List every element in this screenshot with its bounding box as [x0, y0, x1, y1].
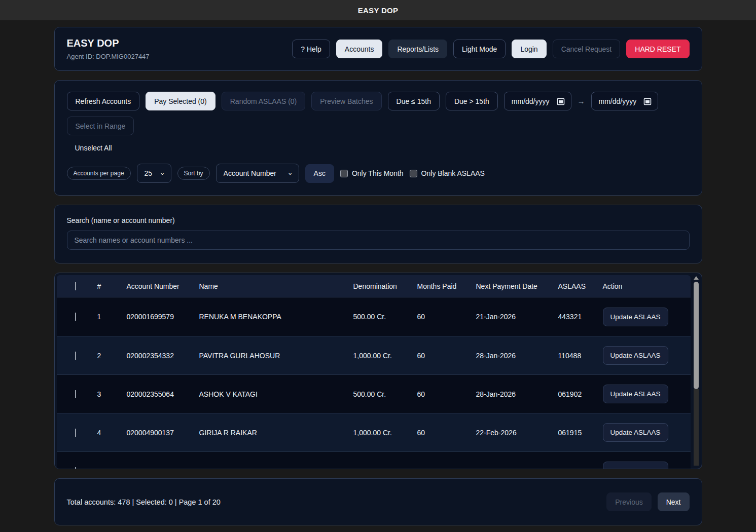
calendar-icon: [557, 97, 565, 105]
header-account-number: Account Number: [119, 282, 191, 290]
header-card: EASY DOP Agent ID: DOP.MIG0027447 ? Help…: [54, 27, 702, 71]
row-checkbox[interactable]: [75, 467, 76, 470]
per-page-select-wrap: 25 ⌄: [137, 164, 171, 183]
row-checkbox[interactable]: [75, 429, 76, 437]
row-name: ASHOK V KATAGI: [191, 390, 345, 398]
row-index: 2: [89, 352, 119, 360]
light-mode-button[interactable]: Light Mode: [453, 40, 506, 58]
row-checkbox[interactable]: [75, 313, 76, 321]
accounts-table: # Account Number Name Denomination Month…: [57, 275, 691, 469]
select-all-checkbox[interactable]: [75, 282, 76, 290]
table-header-row: # Account Number Name Denomination Month…: [57, 275, 691, 297]
date-to-input[interactable]: mm/dd/yyyy: [591, 92, 659, 110]
update-aslaas-button[interactable]: Update ASLAAS: [603, 385, 668, 403]
header-actions: ? Help Accounts Reports/Lists Light Mode…: [292, 40, 689, 58]
row-months-paid: 60: [409, 352, 468, 360]
only-this-month-checkbox[interactable]: [340, 170, 348, 177]
date-from-placeholder: mm/dd/yyyy: [512, 97, 550, 105]
update-aslaas-button[interactable]: Update ASLAAS: [603, 423, 668, 442]
unselect-row: Unselect All: [75, 143, 690, 153]
per-page-select[interactable]: 25: [137, 164, 171, 183]
preview-batches-button[interactable]: Preview Batches: [311, 92, 381, 110]
previous-page-button[interactable]: Previous: [606, 492, 651, 511]
date-from-input[interactable]: mm/dd/yyyy: [504, 92, 571, 110]
reports-lists-button[interactable]: Reports/Lists: [388, 40, 447, 58]
row-months-paid: 60: [409, 467, 468, 470]
row-name: RENUKA M BENAKOPPA: [191, 313, 345, 321]
pagination-summary: Total accounts: 478 | Selected: 0 | Page…: [67, 498, 221, 506]
table-scrollbar[interactable]: [693, 276, 699, 466]
sort-by-label: Sort by: [177, 167, 210, 180]
sort-select[interactable]: Account Number: [216, 164, 299, 183]
table-row: 4 020004900137 GIRIJA R RAIKAR 1,000.00 …: [57, 413, 691, 451]
page-title: EASY DOP: [67, 37, 150, 49]
app-title: EASY DOP: [358, 6, 399, 15]
row-index: 3: [89, 390, 119, 398]
accounts-button[interactable]: Accounts: [336, 40, 383, 58]
search-label: Search (name or account number): [67, 216, 690, 224]
row-account-number: 020002355064: [119, 390, 191, 398]
header-name: Name: [191, 282, 345, 290]
header-denomination: Denomination: [345, 282, 409, 290]
row-next-payment-date: 22-Feb-2026: [468, 429, 550, 437]
range-arrow-icon: →: [578, 97, 585, 105]
row-checkbox[interactable]: [75, 390, 76, 398]
row-aslaas: 061902: [550, 390, 595, 398]
header-months-paid: Months Paid: [409, 282, 468, 290]
random-aslaas-button[interactable]: Random ASLAAS (0): [222, 92, 306, 110]
row-account-number: 020004900137: [119, 429, 191, 437]
row-aslaas: 110488: [550, 352, 595, 360]
row-denomination: 1,000.00 Cr.: [345, 429, 409, 437]
row-denomination: 500.00 Cr.: [345, 390, 409, 398]
login-button[interactable]: Login: [512, 40, 546, 58]
row-name: BHARATI MANJUNATH MARELLAVAR: [191, 467, 345, 470]
update-aslaas-button[interactable]: Update ASLAAS: [603, 462, 668, 469]
table-row: 5 020007173336 BHARATI MANJUNATH MARELLA…: [57, 451, 691, 469]
scrollbar-thumb[interactable]: [694, 282, 699, 389]
cancel-request-button[interactable]: Cancel Request: [553, 40, 621, 58]
header-next-payment-date: Next Payment Date: [468, 282, 550, 290]
header-index: #: [89, 282, 119, 290]
toolbar-row-options: Accounts per page 25 ⌄ Sort by Account N…: [67, 164, 690, 183]
only-this-month-toggle[interactable]: Only This Month: [340, 169, 404, 177]
only-this-month-label: Only This Month: [352, 169, 404, 177]
table-row: 2 020002354332 PAVITRA GURLAHOSUR 1,000.…: [57, 336, 691, 374]
row-name: GIRIJA R RAIKAR: [191, 429, 345, 437]
search-card: Search (name or account number): [54, 205, 702, 263]
app-top-bar: EASY DOP: [0, 0, 756, 20]
row-account-number: 020007173336: [119, 467, 191, 470]
select-in-range-button[interactable]: Select in Range: [67, 117, 134, 135]
due-before-15th-button[interactable]: Due ≤ 15th: [388, 92, 440, 110]
unselect-all-button[interactable]: Unselect All: [75, 144, 112, 152]
row-name: PAVITRA GURLAHOSUR: [191, 352, 345, 360]
only-blank-aslaas-toggle[interactable]: Only Blank ASLAAS: [410, 169, 485, 177]
update-aslaas-button[interactable]: Update ASLAAS: [603, 346, 668, 365]
only-blank-aslaas-label: Only Blank ASLAAS: [421, 169, 485, 177]
sort-direction-button[interactable]: Asc: [305, 164, 334, 183]
table-row: 3 020002355064 ASHOK V KATAGI 500.00 Cr.…: [57, 374, 691, 413]
search-input[interactable]: [67, 231, 690, 250]
header-left: EASY DOP Agent ID: DOP.MIG0027447: [67, 37, 150, 60]
toolbar-card: Refresh Accounts Pay Selected (0) Random…: [54, 80, 702, 196]
hard-reset-button[interactable]: HARD RESET: [626, 40, 689, 58]
only-blank-aslaas-checkbox[interactable]: [410, 170, 417, 177]
update-aslaas-button[interactable]: Update ASLAAS: [603, 308, 668, 326]
table-row: 1 020001699579 RENUKA M BENAKOPPA 500.00…: [57, 297, 691, 336]
due-after-15th-button[interactable]: Due > 15th: [446, 92, 498, 110]
row-denomination: 1,000.00 Cr.: [345, 352, 409, 360]
toolbar-row-actions: Refresh Accounts Pay Selected (0) Random…: [67, 92, 690, 135]
page-container: EASY DOP Agent ID: DOP.MIG0027447 ? Help…: [54, 27, 702, 532]
row-index: 1: [89, 313, 119, 321]
scrollbar-up-icon[interactable]: [694, 276, 699, 280]
row-next-payment-date: 28-Jan-2026: [468, 390, 550, 398]
pagination-actions: Previous Next: [606, 492, 689, 511]
header-aslaas: ASLAAS: [550, 282, 595, 290]
row-checkbox[interactable]: [75, 352, 76, 360]
refresh-accounts-button[interactable]: Refresh Accounts: [67, 92, 140, 110]
help-button[interactable]: ? Help: [292, 40, 330, 58]
accounts-per-page-label: Accounts per page: [67, 167, 131, 180]
scrollbar-track[interactable]: [694, 389, 699, 466]
next-page-button[interactable]: Next: [658, 492, 690, 511]
pay-selected-button[interactable]: Pay Selected (0): [146, 92, 215, 110]
row-account-number: 020001699579: [119, 313, 191, 321]
